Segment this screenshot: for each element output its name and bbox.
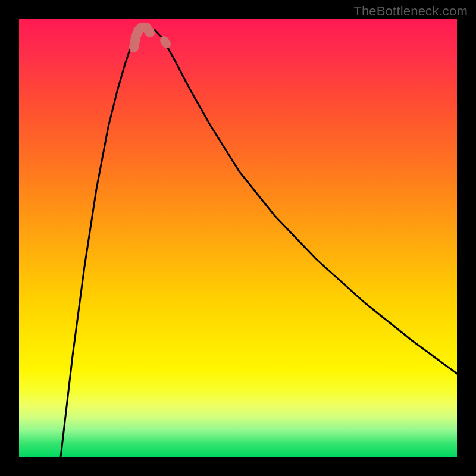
right-curve [155, 30, 457, 374]
left-curve [61, 24, 149, 457]
marker-hook-icon [134, 27, 150, 48]
marker-dot-icon [164, 40, 167, 44]
outer-frame: TheBottleneck.com [0, 0, 476, 476]
watermark-text: TheBottleneck.com [353, 4, 468, 19]
curve-overlay [19, 19, 457, 457]
